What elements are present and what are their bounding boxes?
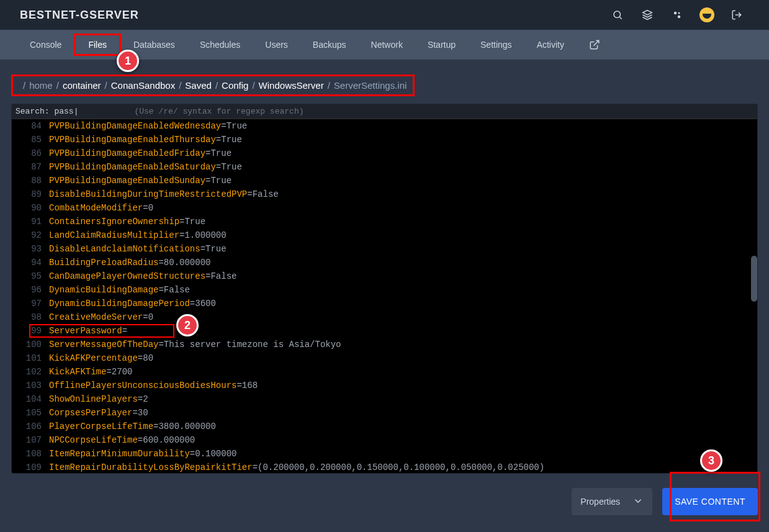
annotation-1: 1 [117, 50, 139, 72]
code-line[interactable]: 108ItemRepairMinimumDurability=0.100000 [12, 447, 757, 461]
crumb-conansandbox[interactable]: ConanSandbox [111, 80, 175, 91]
code-line[interactable]: 99ServerPassword= [12, 324, 757, 338]
crumb-windowsserver[interactable]: WindowsServer [259, 80, 324, 91]
code-line[interactable]: 93DisableLandclaimNotifications=True [12, 242, 757, 256]
code-line[interactable]: 97DynamicBuildingDamagePeriod=3600 [12, 297, 757, 310]
code-line[interactable]: 102KickAFKTime=2700 [12, 365, 757, 379]
footer-actions: Properties SAVE CONTENT [572, 488, 758, 515]
code-line[interactable]: 95CanDamagePlayerOwnedStructures=False [12, 269, 757, 283]
tab-users[interactable]: Users [253, 30, 300, 60]
tab-network[interactable]: Network [359, 30, 415, 60]
tab-backups[interactable]: Backups [300, 30, 359, 60]
annotation-3: 3 [700, 449, 722, 472]
layers-icon[interactable] [635, 2, 660, 27]
svg-point-2 [674, 12, 677, 15]
code-line[interactable]: 109ItemRepairDurabilityLossByRepairkitTi… [12, 461, 757, 473]
code-line[interactable]: 104ShowOnlinePlayers=2 [12, 392, 757, 406]
app-header: BESTNET-GSERVER [0, 0, 769, 30]
code-line[interactable]: 96DynamicBuildingDamage=False [12, 283, 757, 297]
tab-startup[interactable]: Startup [415, 30, 468, 60]
external-link-icon[interactable] [577, 30, 613, 60]
code-line[interactable]: 89DisableBuildingDuringTimeRestrictedPVP… [12, 187, 757, 201]
code-line[interactable]: 105CorpsesPerPlayer=30 [12, 406, 757, 420]
svg-point-4 [678, 12, 680, 14]
code-line[interactable]: 92LandClaimRadiusMultiplier=1.000000 [12, 228, 757, 242]
code-line[interactable]: 94BuildingPreloadRadius=80.000000 [12, 256, 757, 269]
editor-search-bar[interactable]: Search: pass| (Use /re/ syntax for regex… [12, 104, 757, 119]
svg-line-1 [619, 17, 621, 19]
tab-settings[interactable]: Settings [468, 30, 524, 60]
search-label: Search: [16, 107, 50, 116]
search-hint: (Use /re/ syntax for regexp search) [134, 107, 304, 116]
crumb-config[interactable]: Config [222, 80, 248, 91]
code-line[interactable]: 86PVPBuildingDamageEnabledFriday=True [12, 147, 757, 160]
logout-icon[interactable] [724, 2, 749, 27]
code-line[interactable]: 87PVPBuildingDamageEnabledSaturday=True [12, 160, 757, 174]
server-title: BESTNET-GSERVER [20, 9, 139, 22]
code-line[interactable]: 98CreativeModeServer=0 [12, 310, 757, 324]
code-line[interactable]: 85PVPBuildingDamageEnabledThursday=True [12, 133, 757, 147]
tab-activity[interactable]: Activity [524, 30, 577, 60]
search-value[interactable]: pass| [54, 107, 78, 116]
code-line[interactable]: 107NPCCorpseLifeTime=600.000000 [12, 433, 757, 447]
syntax-select-label: Properties [580, 497, 620, 507]
search-icon[interactable] [605, 2, 630, 27]
code-area[interactable]: 84PVPBuildingDamageEnabledWednesday=True… [12, 119, 757, 473]
code-line[interactable]: 100ServerMessageOfTheDay=This server tim… [12, 338, 757, 351]
gear-icon[interactable] [665, 2, 690, 27]
breadcrumb: /home/container/ConanSandbox/Saved/Confi… [11, 74, 415, 96]
code-line[interactable]: 84PVPBuildingDamageEnabledWednesday=True [12, 119, 757, 133]
code-line[interactable]: 103OfflinePlayersUnconsciousBodiesHours=… [12, 379, 757, 392]
code-line[interactable]: 106PlayerCorpseLifeTime=3800.000000 [12, 420, 757, 433]
code-line[interactable]: 88PVPBuildingDamageEnabledSunday=True [12, 174, 757, 187]
tab-schedules[interactable]: Schedules [187, 30, 253, 60]
file-editor: Search: pass| (Use /re/ syntax for regex… [11, 104, 758, 474]
annotation-2: 2 [176, 314, 199, 336]
svg-point-0 [614, 11, 621, 18]
code-line[interactable]: 101KickAFKPercentage=80 [12, 351, 757, 365]
crumb-home[interactable]: home [29, 80, 53, 91]
scrollbar-thumb[interactable] [751, 256, 757, 302]
nav-tabs: ConsoleFilesDatabasesSchedulesUsersBacku… [0, 30, 769, 60]
tab-files[interactable]: Files [74, 34, 121, 56]
crumb-container[interactable]: container [63, 80, 101, 91]
code-line[interactable]: 91ContainersIgnoreOwnership=True [12, 215, 757, 228]
code-line[interactable]: 90CombatModeModifier=0 [12, 201, 757, 215]
syntax-select[interactable]: Properties [572, 488, 652, 515]
chevron-down-icon [632, 495, 644, 508]
save-content-button[interactable]: SAVE CONTENT [662, 488, 758, 515]
avatar[interactable] [695, 2, 719, 27]
tab-console[interactable]: Console [17, 30, 74, 60]
svg-point-3 [678, 16, 681, 19]
crumb-serversettings.ini: ServerSettings.ini [334, 80, 407, 91]
crumb-saved[interactable]: Saved [185, 80, 212, 91]
